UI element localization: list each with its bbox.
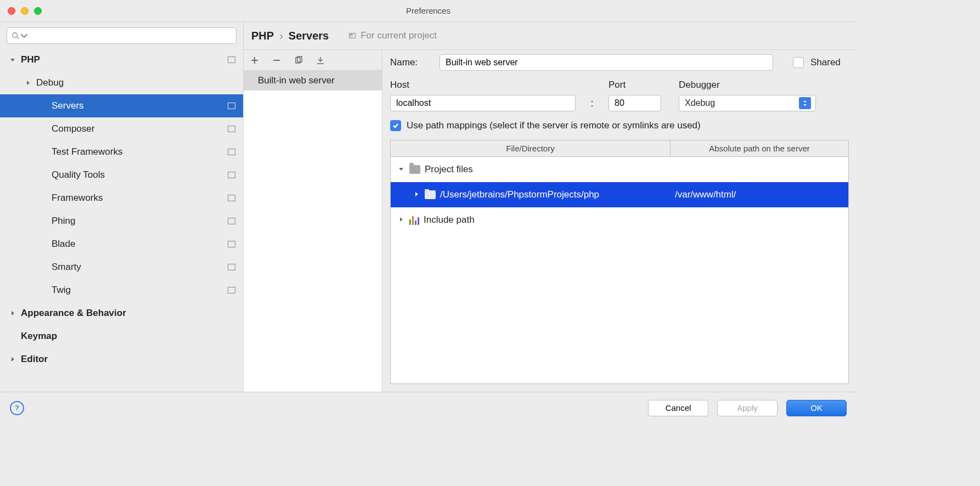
- sidebar-item-editor[interactable]: Editor: [0, 348, 243, 371]
- breadcrumb: PHP › Servers For current project: [244, 22, 857, 49]
- host-input[interactable]: [390, 95, 576, 111]
- sidebar-item-appearance-behavior[interactable]: Appearance & Behavior: [0, 302, 243, 325]
- add-button[interactable]: [249, 55, 260, 66]
- breadcrumb-leaf: Servers: [289, 30, 329, 42]
- svg-rect-3: [351, 34, 353, 36]
- sidebar-item-smarty[interactable]: Smarty: [0, 256, 243, 279]
- sidebar-item-frameworks[interactable]: Frameworks: [0, 187, 243, 210]
- sidebar: PHPDebugServersComposerTest FrameworksQu…: [0, 22, 244, 392]
- server-item[interactable]: Built-in web server: [244, 71, 382, 91]
- mapping-row[interactable]: Project files: [391, 157, 848, 182]
- apply-button[interactable]: Apply: [717, 400, 778, 416]
- library-icon: [409, 215, 419, 225]
- remove-button[interactable]: [271, 55, 282, 66]
- scope-icon: [228, 149, 235, 155]
- search-icon: [12, 32, 19, 39]
- project-scope-icon: [348, 32, 356, 39]
- host-label: Host: [390, 80, 576, 91]
- scope-icon: [228, 103, 235, 109]
- scope-icon: [228, 287, 235, 293]
- server-toolbar: [244, 50, 382, 71]
- mapping-row[interactable]: /Users/jetbrains/PhpstormProjects/php/va…: [391, 182, 848, 207]
- sidebar-item-blade[interactable]: Blade: [0, 233, 243, 256]
- body: PHPDebugServersComposerTest FrameworksQu…: [0, 22, 857, 392]
- name-input[interactable]: [440, 54, 773, 71]
- name-label: Name:: [390, 57, 433, 68]
- debugger-value: Xdebug: [685, 98, 715, 108]
- sidebar-item-php[interactable]: PHP: [0, 48, 243, 71]
- host-port-separator: :: [585, 98, 599, 109]
- chevron-right-icon: ›: [279, 30, 283, 42]
- scope-icon: [228, 56, 235, 63]
- search-input[interactable]: [7, 27, 236, 44]
- shared-checkbox[interactable]: [793, 57, 804, 68]
- folder-icon: [409, 165, 420, 174]
- scope-label: For current project: [361, 30, 437, 41]
- port-input[interactable]: [609, 95, 661, 111]
- sidebar-item-debug[interactable]: Debug: [0, 71, 243, 94]
- scope-icon: [228, 172, 235, 178]
- port-label: Port: [609, 80, 669, 91]
- path-mappings-table: File/Directory Absolute path on the serv…: [390, 140, 849, 384]
- use-mappings-checkbox[interactable]: [390, 120, 401, 131]
- content: PHP › Servers For current project: [244, 22, 857, 392]
- svg-point-0: [13, 33, 18, 38]
- chevron-updown-icon: [799, 97, 811, 109]
- copy-button[interactable]: [293, 55, 304, 66]
- svg-line-1: [17, 37, 19, 39]
- ok-button[interactable]: OK: [786, 400, 847, 416]
- col-file-directory[interactable]: File/Directory: [391, 140, 671, 156]
- scope-icon: [228, 264, 235, 270]
- sidebar-item-phing[interactable]: Phing: [0, 210, 243, 233]
- debugger-select[interactable]: Xdebug: [679, 95, 816, 111]
- scope-icon: [228, 218, 235, 224]
- preferences-window: Preferences PHPDebugServersComposerTest …: [0, 0, 857, 423]
- import-button[interactable]: [315, 55, 326, 66]
- col-absolute-path[interactable]: Absolute path on the server: [671, 140, 848, 156]
- help-button[interactable]: ?: [10, 401, 24, 415]
- sidebar-item-keymap[interactable]: Keymap: [0, 325, 243, 348]
- debugger-label: Debugger: [679, 80, 816, 91]
- scope-icon: [228, 195, 235, 201]
- breadcrumb-root[interactable]: PHP: [251, 30, 274, 42]
- folder-icon: [425, 190, 436, 199]
- footer: ? Cancel Apply OK: [0, 392, 857, 423]
- chevron-down-icon: [20, 32, 28, 39]
- scope-icon: [228, 126, 235, 132]
- shared-label: Shared: [810, 57, 841, 68]
- server-detail: Name: Shared Host Port Debugger :: [382, 50, 857, 392]
- cancel-button[interactable]: Cancel: [648, 400, 708, 416]
- sidebar-item-twig[interactable]: Twig: [0, 279, 243, 302]
- server-list-panel: Built-in web server: [244, 50, 382, 392]
- scope-icon: [228, 241, 235, 247]
- settings-tree: PHPDebugServersComposerTest FrameworksQu…: [0, 48, 243, 392]
- titlebar: Preferences: [0, 0, 857, 22]
- sidebar-item-composer[interactable]: Composer: [0, 117, 243, 140]
- window-title: Preferences: [0, 6, 857, 15]
- sidebar-item-quality-tools[interactable]: Quality Tools: [0, 163, 243, 187]
- scope-indicator: For current project: [348, 30, 437, 41]
- mapping-row[interactable]: Include path: [391, 207, 848, 233]
- sidebar-item-test-frameworks[interactable]: Test Frameworks: [0, 140, 243, 163]
- sidebar-item-servers[interactable]: Servers: [0, 94, 243, 117]
- use-mappings-label: Use path mappings (select if the server …: [407, 120, 701, 131]
